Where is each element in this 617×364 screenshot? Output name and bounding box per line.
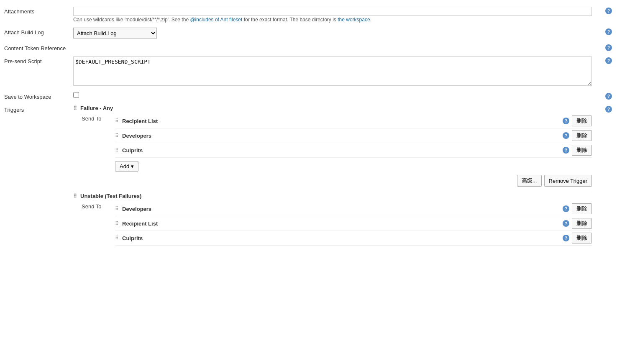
recipient-name-culprits-2: Culprits (122, 235, 143, 241)
recipient-left-dev-2: ⠿ Developers (115, 206, 151, 212)
help-icon-content-token[interactable]: ? (605, 44, 612, 51)
trigger-unstable: ⠿ Unstable (Test Failures) Send To ⠿ Dev… (73, 193, 592, 246)
send-to-label-unstable: Send To (82, 202, 115, 210)
trigger-failure-header: ⠿ Failure - Any (73, 105, 592, 111)
recipient-right-1: ? 删除 (563, 115, 592, 126)
attach-build-log-content: Attach Build Log Do Not Attach Build Log (73, 28, 604, 38)
drag-handle-culprits-1[interactable]: ⠿ (115, 147, 119, 153)
recipient-name-recipient-list-2: Recipient List (122, 220, 158, 227)
recipients-list-failure: ⠿ Recipient List ? 删除 ⠿ (115, 114, 592, 158)
help-icon-developers-2[interactable]: ? (563, 205, 569, 212)
attach-build-log-label: Attach Build Log (4, 28, 73, 36)
trigger-failure-name: Failure - Any (80, 105, 113, 111)
send-to-unstable: Send To ⠿ Developers ? 删除 (82, 202, 592, 246)
hint-text-after: . (370, 17, 371, 23)
triggers-label: Triggers (4, 105, 73, 113)
recipient-item-recipient-list-1: ⠿ Recipient List ? 删除 (115, 114, 592, 128)
help-icon-culprits-2[interactable]: ? (563, 235, 569, 241)
trigger-actions-failure: 高级... Remove Trigger (73, 175, 592, 187)
recipient-right-culprits-1: ? 删除 (563, 145, 592, 156)
content-token-reference-label: Content Token Reference (4, 44, 73, 51)
drag-handle-unstable[interactable]: ⠿ (73, 193, 77, 199)
add-label-failure: Add (120, 163, 129, 169)
drag-handle-developers-1[interactable]: ⠿ (115, 133, 119, 138)
recipient-name-culprits-1: Culprits (122, 147, 143, 154)
help-icon-triggers[interactable]: ? (605, 106, 612, 113)
recipient-left-rl-2: ⠿ Recipient List (115, 220, 158, 227)
pre-send-script-help[interactable]: ? (604, 56, 613, 64)
recipient-left-1: ⠿ Recipient List (115, 118, 158, 124)
recipients-list-unstable: ⠿ Developers ? 删除 ⠿ (115, 202, 592, 246)
recipient-item-culprits-2: ⠿ Culprits ? 删除 (115, 231, 592, 246)
recipient-name-developers-2: Developers (122, 206, 151, 212)
recipient-right-rl-2: ? 删除 (563, 218, 592, 229)
delete-culprits-1[interactable]: 删除 (572, 145, 592, 156)
attach-build-log-select[interactable]: Attach Build Log Do Not Attach Build Log (73, 28, 157, 38)
attachments-input[interactable] (73, 7, 592, 16)
save-to-workspace-checkbox[interactable] (73, 92, 79, 98)
help-icon-save[interactable]: ? (605, 93, 612, 100)
trigger-unstable-name: Unstable (Test Failures) (80, 193, 141, 199)
save-to-workspace-help[interactable]: ? (604, 92, 613, 100)
add-btn-row-failure: Add ▾ (115, 161, 592, 172)
help-icon-developers-1[interactable]: ? (563, 132, 569, 139)
pre-send-script-row: Pre-send Script $DEFAULT_PRESEND_SCRIPT … (0, 54, 617, 90)
drag-handle-recipient-list-1[interactable]: ⠿ (115, 118, 119, 124)
attachments-hint: Can use wildcards like 'module/dist/**/*… (73, 17, 592, 23)
drag-handle-recipient-list-2[interactable]: ⠿ (115, 220, 119, 226)
advanced-button-failure[interactable]: 高级... (517, 175, 542, 187)
add-arrow-failure: ▾ (131, 163, 134, 169)
delete-developers-2[interactable]: 删除 (572, 203, 592, 214)
attachments-help[interactable]: ? (604, 7, 613, 14)
help-icon[interactable]: ? (605, 8, 612, 14)
save-to-workspace-label: Save to Workspace (4, 92, 73, 100)
attachments-content: Can use wildcards like 'module/dist/**/*… (73, 7, 604, 23)
recipient-left-culprits-2: ⠿ Culprits (115, 235, 143, 241)
recipient-right-dev-1: ? 删除 (563, 130, 592, 141)
drag-handle-culprits-2[interactable]: ⠿ (115, 235, 119, 241)
triggers-section: ⠿ Failure - Any Send To ⠿ Recipient List (73, 105, 604, 250)
help-icon-culprits-1[interactable]: ? (563, 147, 569, 154)
recipient-item-culprits-1: ⠿ Culprits ? 删除 (115, 143, 592, 158)
save-to-workspace-row: Save to Workspace ? (0, 90, 617, 103)
recipient-left-dev-1: ⠿ Developers (115, 133, 151, 139)
trigger-separator (73, 191, 592, 191)
recipient-name-developers-1: Developers (122, 133, 151, 139)
recipient-right-culprits-2: ? 删除 (563, 233, 592, 244)
content-token-reference-help[interactable]: ? (604, 44, 613, 51)
pre-send-script-label: Pre-send Script (4, 56, 73, 64)
recipient-left-culprits-1: ⠿ Culprits (115, 147, 143, 154)
delete-recipient-list-2[interactable]: 删除 (572, 218, 592, 229)
recipient-item-developers-1: ⠿ Developers ? 删除 (115, 128, 592, 143)
send-to-failure: Send To ⠿ Recipient List ? 删除 (82, 114, 592, 158)
main-container: Attachments Can use wildcards like 'modu… (0, 0, 617, 364)
recipient-name-recipient-list-1: Recipient List (122, 118, 158, 124)
drag-handle-developers-2[interactable]: ⠿ (115, 206, 119, 212)
attachments-label: Attachments (4, 7, 73, 15)
recipient-item-developers-2: ⠿ Developers ? 删除 (115, 202, 592, 216)
save-to-workspace-content (73, 92, 604, 99)
workspace-link[interactable]: the workspace (338, 17, 370, 23)
delete-developers-1[interactable]: 删除 (572, 130, 592, 141)
attach-build-log-help[interactable]: ? (604, 28, 613, 35)
pre-send-script-content: $DEFAULT_PRESEND_SCRIPT (73, 56, 604, 87)
ant-fileset-link[interactable]: @includes of Ant fileset (190, 17, 242, 23)
help-icon-presend[interactable]: ? (605, 57, 612, 64)
help-icon-recipient-list-2[interactable]: ? (563, 220, 569, 227)
remove-trigger-failure[interactable]: Remove Trigger (544, 175, 592, 187)
add-button-failure[interactable]: Add ▾ (115, 161, 138, 172)
delete-culprits-2[interactable]: 删除 (572, 233, 592, 244)
send-to-label-failure: Send To (82, 114, 115, 122)
recipient-item-recipient-list-2: ⠿ Recipient List ? 删除 (115, 216, 592, 231)
pre-send-script-textarea[interactable]: $DEFAULT_PRESEND_SCRIPT (73, 56, 592, 86)
triggers-row: Triggers ⠿ Failure - Any Send To ⠿ Rec (0, 103, 617, 252)
help-icon-recipient-list-1[interactable]: ? (563, 118, 569, 124)
trigger-failure-any: ⠿ Failure - Any Send To ⠿ Recipient List (73, 105, 592, 187)
triggers-help[interactable]: ? (604, 105, 613, 113)
delete-recipient-list-1[interactable]: 删除 (572, 115, 592, 126)
help-icon-attach[interactable]: ? (605, 28, 612, 35)
drag-handle-failure[interactable]: ⠿ (73, 105, 77, 111)
hint-text-before: Can use wildcards like 'module/dist/**/*… (73, 17, 190, 23)
hint-text-middle: for the exact format. The base directory… (242, 17, 338, 23)
attachments-row: Attachments Can use wildcards like 'modu… (0, 4, 617, 25)
